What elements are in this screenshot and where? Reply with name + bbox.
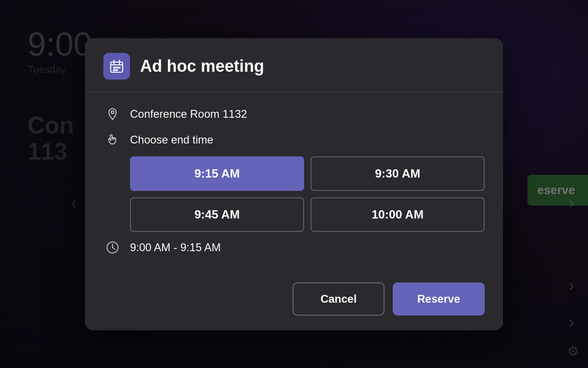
ad-hoc-meeting-modal: Ad hoc meeting Conference Room 1132 (85, 38, 503, 330)
svg-rect-8 (116, 69, 118, 71)
location-row: Conference Room 1132 (103, 105, 485, 123)
svg-rect-5 (116, 67, 118, 69)
location-icon (103, 105, 122, 123)
time-range-text: 9:00 AM - 9:15 AM (130, 241, 220, 254)
time-range-row: 9:00 AM - 9:15 AM (103, 238, 485, 257)
svg-rect-4 (113, 67, 115, 69)
choose-end-time-row: Choose end time (103, 131, 485, 149)
svg-point-9 (111, 111, 114, 114)
cancel-button[interactable]: Cancel (293, 282, 384, 316)
time-option-0[interactable]: 9:15 AM (130, 156, 304, 191)
location-text: Conference Room 1132 (130, 108, 247, 121)
modal-title: Ad hoc meeting (140, 57, 264, 76)
svg-rect-6 (118, 67, 120, 69)
reserve-button[interactable]: Reserve (393, 282, 485, 316)
calendar-icon (109, 59, 124, 74)
touch-icon (103, 131, 122, 149)
modal-body: Conference Room 1132 Choose end time 9:1… (85, 92, 503, 273)
choose-end-time-text: Choose end time (130, 133, 213, 146)
modal-header: Ad hoc meeting (85, 38, 503, 92)
svg-line-12 (113, 247, 115, 249)
modal-wrapper: Ad hoc meeting Conference Room 1132 (0, 0, 588, 368)
time-option-3[interactable]: 10:00 AM (311, 197, 485, 232)
modal-footer: Cancel Reserve (85, 273, 503, 330)
clock-icon (103, 238, 122, 257)
time-option-1[interactable]: 9:30 AM (311, 156, 485, 191)
time-option-2[interactable]: 9:45 AM (130, 197, 304, 232)
svg-rect-7 (113, 69, 115, 71)
time-options-grid: 9:15 AM9:30 AM9:45 AM10:00 AM (130, 156, 485, 232)
calendar-icon-box (103, 53, 130, 80)
